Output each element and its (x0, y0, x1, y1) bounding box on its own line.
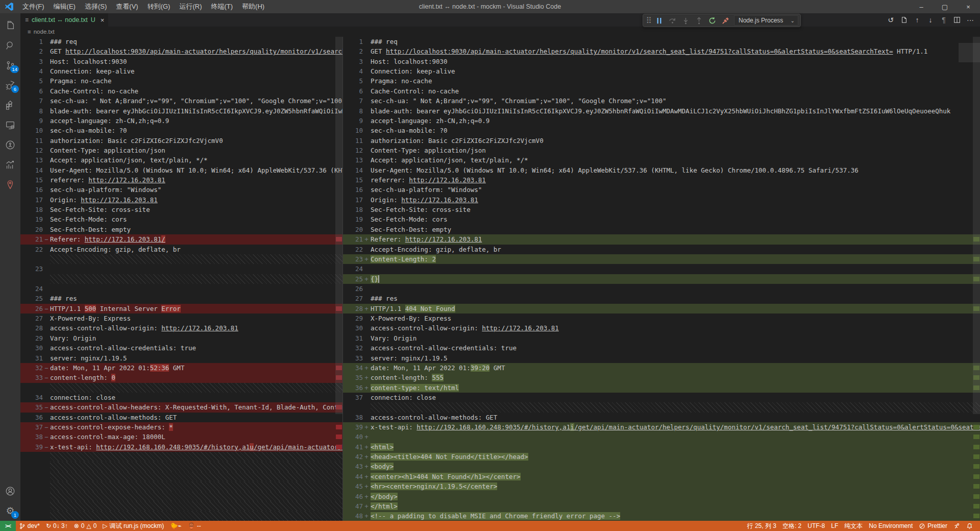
gutter[interactable]: 14 (20, 165, 50, 175)
environment-item[interactable]: No Environment (866, 521, 916, 531)
code-row[interactable]: 24 (343, 264, 980, 274)
gutter[interactable]: 29 (343, 313, 371, 323)
code-row[interactable]: 5Pragma: no-cache (343, 76, 980, 86)
menu-go[interactable]: 转到(G) (143, 0, 175, 13)
code-row[interactable]: 25### res (20, 294, 342, 303)
code-row[interactable]: 10sec-ch-ua-mobile: ?0 (343, 126, 980, 135)
pause-icon[interactable] (652, 15, 666, 26)
gutter[interactable]: 39− (20, 442, 50, 452)
pinned-extension-icon[interactable] (0, 175, 20, 195)
gutter[interactable]: 38 (343, 413, 371, 422)
gutter[interactable]: 12 (343, 146, 371, 155)
code-row[interactable]: 38−access-control-max-age: 18000L (20, 432, 342, 442)
step-into-icon[interactable] (679, 15, 692, 26)
gutter[interactable]: 1 (20, 37, 50, 46)
code-row[interactable]: 7sec-ch-ua: " Not A;Brand";v="99", "Chro… (343, 96, 980, 106)
extension-status-2[interactable]: 🏺 -- (184, 521, 204, 531)
gutter[interactable]: 25 (20, 294, 50, 303)
diff-filler-row[interactable] (50, 274, 342, 284)
gutter[interactable]: 44+ (343, 472, 371, 481)
code-row[interactable]: 47+</html> (343, 501, 980, 511)
gutter[interactable]: 13 (20, 155, 50, 165)
code-row[interactable]: 33server: nginx/1.19.5 (343, 353, 980, 363)
encoding-item[interactable]: UTF-8 (804, 521, 828, 531)
gutter[interactable]: 19 (20, 214, 50, 224)
gutter[interactable]: 28 (20, 323, 50, 333)
code-row[interactable]: 5Pragma: no-cache (20, 76, 342, 86)
gutter[interactable]: 18 (20, 205, 50, 214)
diff-filler-row[interactable] (50, 254, 342, 264)
next-change-icon[interactable]: ↓ (924, 14, 937, 26)
gutter[interactable]: 2 (20, 46, 50, 56)
code-row[interactable]: 26 (343, 284, 980, 294)
gutter[interactable]: 37− (20, 422, 50, 432)
gutter[interactable]: 16 (343, 185, 371, 195)
diff-original-pane[interactable]: 1### req2GET http://localhost:9030/api/m… (20, 37, 343, 521)
code-row[interactable]: 46+</body> (343, 492, 980, 501)
gutter[interactable]: 31 (343, 333, 371, 343)
extension-status-1[interactable]: 🐤⌁ (167, 521, 184, 531)
gutter[interactable]: 45+ (343, 481, 371, 491)
gutter[interactable]: 27 (343, 294, 371, 303)
code-row[interactable]: 15referrer: http://172.16.203.81 (343, 175, 980, 185)
open-changes-file-icon[interactable] (897, 14, 911, 26)
restart-icon[interactable] (705, 15, 719, 26)
more-actions-icon[interactable]: ··· (964, 14, 977, 26)
step-out-icon[interactable] (692, 15, 705, 26)
gutter[interactable]: 20 (20, 225, 50, 234)
menu-file[interactable]: 文件(F) (18, 0, 49, 13)
prettier-item[interactable]: Prettier (916, 521, 950, 531)
code-row[interactable]: 14User-Agent: Mozilla/5.0 (Windows NT 10… (343, 165, 980, 175)
gutter[interactable]: 8 (343, 106, 371, 116)
gutter[interactable]: 33− (20, 373, 50, 382)
diff-modified-pane[interactable]: 1### req2GET http://localhost:9030/api/m… (343, 37, 980, 521)
gutter[interactable]: 1 (343, 37, 371, 46)
close-button[interactable]: × (957, 0, 980, 13)
settings-gear-icon[interactable]: ⚙ 1 (0, 501, 20, 521)
gutter[interactable]: 46+ (343, 492, 371, 501)
code-row[interactable]: 45+<hr><center>nginx/1.19.5</center> (343, 481, 980, 491)
gutter[interactable]: 11 (20, 136, 50, 146)
gutter[interactable]: 35+ (343, 373, 371, 382)
menu-view[interactable]: 查看(V) (111, 0, 142, 13)
code-row[interactable]: 12Content-Type: application/json (20, 146, 342, 155)
feedback-icon[interactable] (950, 521, 963, 531)
code-row[interactable]: 21+Referer: http://172.16.203.81 (343, 234, 980, 244)
code-row[interactable]: 16sec-ch-ua-platform: "Windows" (343, 185, 980, 195)
disconnect-icon[interactable] (719, 15, 732, 26)
code-row[interactable]: 39−x-test-api: http://192.168.160.248:90… (20, 442, 342, 452)
code-row[interactable]: 30access-control-allow-origin: http://17… (343, 323, 980, 333)
gutter[interactable]: 25+ (343, 274, 371, 284)
gutter[interactable]: 23 (20, 264, 50, 274)
gutter[interactable]: 11 (343, 136, 371, 146)
tab-client-node-diff[interactable]: ≡ client.txt ↔ node.txt U × (20, 13, 109, 27)
code-row[interactable]: 34connection: close (20, 393, 342, 402)
code-row[interactable]: 22Accept-Encoding: gzip, deflate, br (343, 245, 980, 254)
menu-terminal[interactable]: 终端(T) (206, 0, 237, 13)
code-row[interactable]: 20Sec-Fetch-Dest: empty (20, 225, 342, 234)
code-row[interactable]: 23+Content-Length: 2 (343, 254, 980, 264)
gutter[interactable]: 5 (20, 76, 50, 86)
gutter[interactable]: 19 (343, 214, 371, 224)
git-branch-item[interactable]: dev* (16, 521, 43, 531)
notifications-bell-icon[interactable] (963, 521, 976, 531)
gutter[interactable]: 4 (20, 66, 50, 76)
gutter[interactable]: 32 (343, 343, 371, 353)
code-row[interactable]: 11authorization: Basic c2FiZXI6c2FiZXJfc… (343, 136, 980, 146)
code-row[interactable]: 17Origin: http://172.16.203.81 (343, 195, 980, 205)
cursor-position-item[interactable]: 行 25, 列 3 (744, 521, 779, 531)
timeline-history-icon[interactable]: ↺ (884, 14, 897, 26)
timeline-icon[interactable] (0, 135, 20, 155)
diff-filler-row[interactable] (371, 402, 980, 412)
gutter[interactable]: 31 (20, 353, 50, 363)
code-row[interactable]: 2GET http://localhost:9030/api/main-actu… (20, 46, 342, 56)
gutter[interactable]: 9 (20, 116, 50, 126)
gutter[interactable]: 16 (20, 185, 50, 195)
diff-filler-row[interactable] (50, 492, 342, 501)
code-row[interactable]: 8blade-auth: bearer eyJhbGciOiJIUzI1NiIs… (20, 106, 342, 116)
gutter[interactable]: 32− (20, 363, 50, 373)
extensions-icon[interactable] (0, 95, 20, 115)
gutter[interactable]: 22 (343, 245, 371, 254)
menu-run[interactable]: 运行(R) (175, 0, 206, 13)
code-row[interactable]: 22Accept-Encoding: gzip, deflate, br (20, 245, 342, 254)
